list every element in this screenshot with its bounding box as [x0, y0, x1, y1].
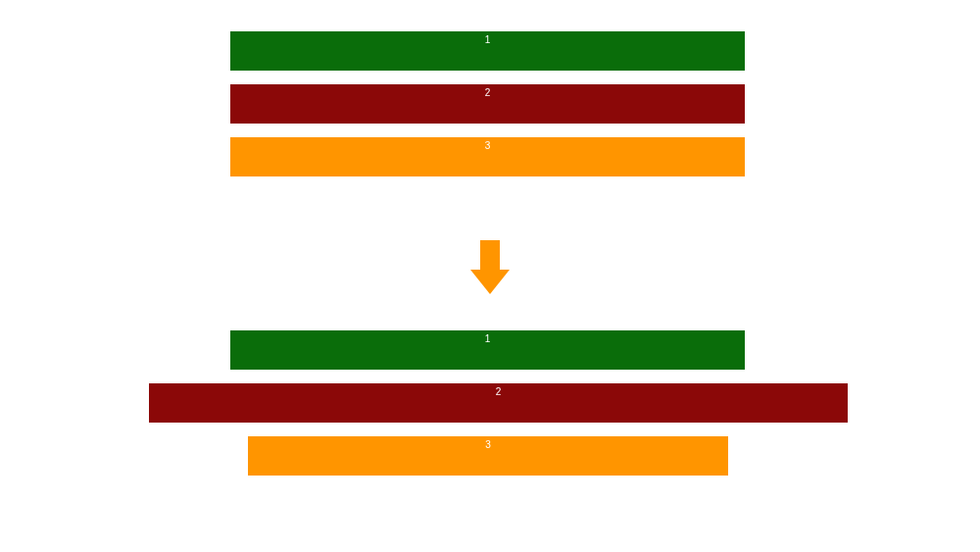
down-arrow-icon: [470, 240, 510, 299]
top-bar-3: 3: [230, 137, 745, 176]
top-bar-2-label: 2: [485, 87, 491, 98]
bottom-bar-3-label: 3: [485, 439, 491, 450]
arrow-head: [470, 270, 510, 294]
top-bar-2: 2: [230, 84, 745, 124]
bottom-bar-2-label: 2: [496, 386, 502, 397]
bottom-bar-1: 1: [230, 330, 745, 370]
arrow-shaft: [480, 240, 500, 270]
bottom-bar-1-label: 1: [485, 333, 491, 344]
top-bar-1: 1: [230, 31, 745, 71]
bottom-bar-2: 2: [149, 383, 848, 423]
top-bar-3-label: 3: [485, 140, 491, 151]
bottom-bar-3: 3: [248, 436, 728, 476]
top-bar-1-label: 1: [485, 34, 491, 45]
